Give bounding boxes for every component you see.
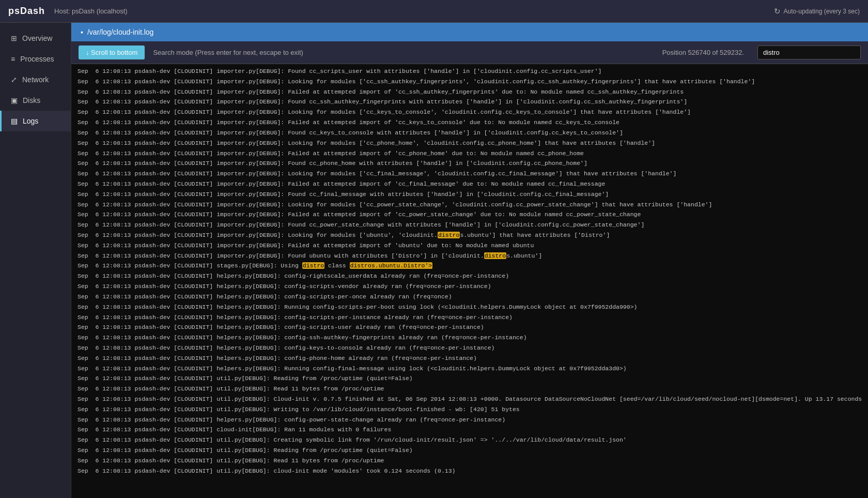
logs-icon: ▤ xyxy=(11,117,18,125)
sidebar-item-network[interactable]: ⤢ Network xyxy=(0,69,71,90)
sidebar-item-overview[interactable]: ⊞ Overview xyxy=(0,28,71,49)
content-area: ▪ /var/log/cloud-init.log ↓ Scroll to bo… xyxy=(71,23,868,498)
log-line: Sep 6 12:08:13 psdash-dev [CLOUDINIT] ut… xyxy=(71,435,868,445)
log-line: Sep 6 12:08:13 psdash-dev [CLOUDINIT] im… xyxy=(71,158,868,169)
overview-icon: ⊞ xyxy=(11,34,17,42)
log-line: Sep 6 12:08:13 psdash-dev [CLOUDINIT] he… xyxy=(71,333,868,343)
log-line: Sep 6 12:08:13 psdash-dev [CLOUDINIT] ut… xyxy=(71,404,868,415)
log-line: Sep 6 12:08:13 psdash-dev [CLOUDINIT] im… xyxy=(71,128,868,138)
log-line: Sep 6 12:08:13 psdash-dev [CLOUDINIT] im… xyxy=(71,200,868,210)
highlight-match: distro xyxy=(302,262,324,269)
log-line: Sep 6 12:08:13 psdash-dev [CLOUDINIT] im… xyxy=(71,251,868,261)
log-line: Sep 6 12:08:13 psdash-dev [CLOUDINIT] ut… xyxy=(71,466,868,476)
highlight-match: distro xyxy=(438,232,460,238)
topbar: psDash Host: psDash (localhost) ↻ Auto-u… xyxy=(0,0,868,23)
log-line: Sep 6 12:08:13 psdash-dev [CLOUDINIT] im… xyxy=(71,169,868,179)
network-icon: ⤢ xyxy=(11,76,17,84)
log-line: Sep 6 12:08:13 psdash-dev [CLOUDINIT] he… xyxy=(71,322,868,333)
log-line: Sep 6 12:08:13 psdash-dev [CLOUDINIT] cl… xyxy=(71,425,868,435)
sidebar-item-disks[interactable]: ▣ Disks xyxy=(0,90,71,111)
log-line: Sep 6 12:08:13 psdash-dev [CLOUDINIT] im… xyxy=(71,209,868,220)
position-indicator: Position 526740 of 529232. xyxy=(662,49,744,56)
log-line: Sep 6 12:08:13 psdash-dev [CLOUDINIT] im… xyxy=(71,230,868,240)
file-header: ▪ /var/log/cloud-init.log xyxy=(71,23,868,41)
disks-icon: ▣ xyxy=(11,96,18,104)
log-line: Sep 6 12:08:13 psdash-dev [CLOUDINIT] he… xyxy=(71,281,868,292)
log-line: Sep 6 12:08:13 psdash-dev [CLOUDINIT] he… xyxy=(71,343,868,353)
log-line: Sep 6 12:08:13 psdash-dev [CLOUDINIT] ut… xyxy=(71,445,868,456)
log-line: Sep 6 12:08:13 psdash-dev [CLOUDINIT] he… xyxy=(71,312,868,323)
autoupdate-indicator: ↻ Auto-updating (every 3 sec) xyxy=(774,7,860,16)
log-line: Sep 6 12:08:13 psdash-dev [CLOUDINIT] im… xyxy=(71,77,868,87)
brand-logo: psDash xyxy=(8,6,45,17)
highlight-match: distros.ubuntu.Distro'> xyxy=(350,262,433,269)
log-line: Sep 6 12:08:13 psdash-dev [CLOUDINIT] ut… xyxy=(71,373,868,384)
file-icon: ▪ xyxy=(81,28,83,36)
log-line: Sep 6 12:08:13 psdash-dev [CLOUDINIT] ut… xyxy=(71,456,868,466)
host-selector[interactable]: Host: psDash (localhost) xyxy=(54,7,128,15)
sidebar-item-processes[interactable]: ≡ Processes xyxy=(0,49,71,69)
processes-icon: ≡ xyxy=(11,55,15,63)
scroll-to-bottom-button[interactable]: ↓ Scroll to bottom xyxy=(79,46,145,59)
log-line: Sep 6 12:08:13 psdash-dev [CLOUDINIT] he… xyxy=(71,302,868,312)
log-line: Sep 6 12:08:13 psdash-dev [CLOUDINIT] he… xyxy=(71,271,868,281)
log-line: Sep 6 12:08:13 psdash-dev [CLOUDINIT] im… xyxy=(71,138,868,148)
log-line: Sep 6 12:08:13 psdash-dev [CLOUDINIT] he… xyxy=(71,415,868,425)
log-line: Sep 6 12:08:13 psdash-dev [CLOUDINIT] im… xyxy=(71,179,868,189)
log-line: Sep 6 12:08:13 psdash-dev [CLOUDINIT] im… xyxy=(71,87,868,97)
log-line: Sep 6 12:08:13 psdash-dev [CLOUDINIT] im… xyxy=(71,220,868,230)
log-line: Sep 6 12:08:13 psdash-dev [CLOUDINIT] im… xyxy=(71,117,868,128)
sidebar: ⊞ Overview ≡ Processes ⤢ Network ▣ Disks… xyxy=(0,23,71,498)
main-layout: ⊞ Overview ≡ Processes ⤢ Network ▣ Disks… xyxy=(0,23,868,498)
log-line: Sep 6 12:08:13 psdash-dev [CLOUDINIT] im… xyxy=(71,240,868,251)
log-line: Sep 6 12:08:13 psdash-dev [CLOUDINIT] ut… xyxy=(71,394,868,404)
log-container[interactable]: Sep 6 12:08:13 psdash-dev [CLOUDINIT] im… xyxy=(71,64,868,498)
log-line: Sep 6 12:08:13 psdash-dev [CLOUDINIT] he… xyxy=(71,364,868,374)
log-line: Sep 6 12:08:13 psdash-dev [CLOUDINIT] im… xyxy=(71,148,868,159)
log-line: Sep 6 12:08:13 psdash-dev [CLOUDINIT] im… xyxy=(71,66,868,77)
log-line: Sep 6 12:08:13 psdash-dev [CLOUDINIT] ut… xyxy=(71,384,868,394)
refresh-icon: ↻ xyxy=(774,7,781,16)
log-line: Sep 6 12:08:13 psdash-dev [CLOUDINIT] im… xyxy=(71,97,868,107)
toolbar: ↓ Scroll to bottom Search mode (Press en… xyxy=(71,41,868,64)
log-line: Sep 6 12:08:13 psdash-dev [CLOUDINIT] st… xyxy=(71,261,868,271)
log-line: Sep 6 12:08:13 psdash-dev [CLOUDINIT] he… xyxy=(71,292,868,302)
sidebar-item-logs[interactable]: ▤ Logs xyxy=(0,111,71,131)
highlight-match: distro xyxy=(484,252,506,259)
search-mode-label: Search mode (Press enter for next, escap… xyxy=(153,49,303,56)
log-line: Sep 6 12:08:13 psdash-dev [CLOUDINIT] he… xyxy=(71,353,868,364)
search-input[interactable] xyxy=(757,46,861,59)
log-line: Sep 6 12:08:13 psdash-dev [CLOUDINIT] im… xyxy=(71,189,868,200)
filename: /var/log/cloud-init.log xyxy=(87,28,153,36)
log-line: Sep 6 12:08:13 psdash-dev [CLOUDINIT] im… xyxy=(71,107,868,117)
